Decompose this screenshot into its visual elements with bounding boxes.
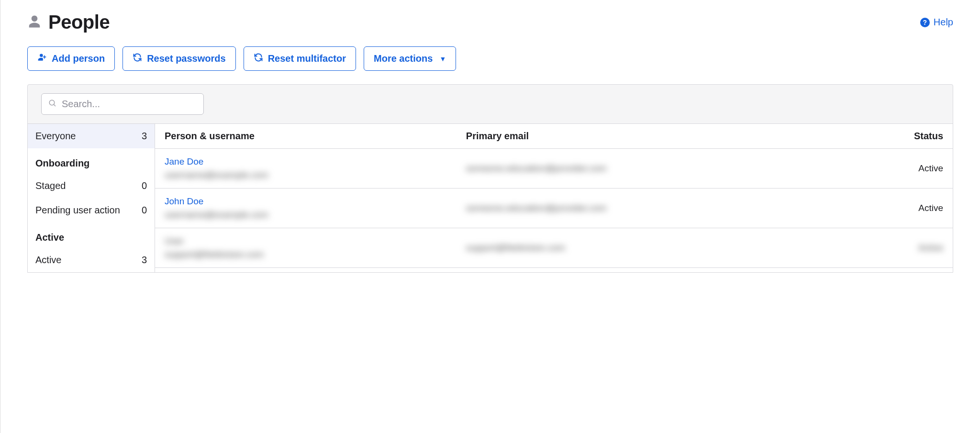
filter-pending[interactable]: Pending user action 0: [28, 198, 155, 222]
person-email-masked: someone.education@provider.com: [466, 203, 818, 213]
add-person-icon: [37, 53, 47, 65]
chevron-down-icon: ▼: [439, 55, 446, 63]
filter-everyone[interactable]: Everyone 3: [28, 124, 155, 148]
help-link[interactable]: ? Help: [920, 17, 953, 28]
col-header-person: Person & username: [165, 131, 466, 142]
person-name-link[interactable]: John Doe: [165, 196, 466, 207]
filter-label: Active: [35, 255, 61, 266]
more-actions-button[interactable]: More actions ▼: [364, 46, 456, 71]
person-username-masked: username@example.com: [165, 170, 466, 180]
search-input[interactable]: [62, 99, 197, 110]
person-status: Active: [818, 163, 943, 174]
filter-label: Staged: [35, 180, 66, 191]
reset-multifactor-button[interactable]: Reset multifactor: [244, 46, 356, 71]
svg-line-1: [54, 104, 56, 106]
toolbar: Add person Reset passwords Reset multifa…: [27, 46, 953, 71]
filter-heading-active: Active: [28, 222, 155, 248]
filter-count: 3: [142, 131, 147, 142]
filter-count: 3: [142, 255, 147, 266]
filter-count: 0: [142, 180, 147, 191]
table-header: Person & username Primary email Status: [155, 124, 953, 149]
filter-count: 0: [142, 205, 147, 216]
search-icon: [48, 99, 57, 110]
filter-label: Everyone: [35, 131, 76, 142]
add-person-button[interactable]: Add person: [27, 46, 115, 71]
refresh-icon: [254, 53, 263, 65]
person-status: Active: [818, 243, 943, 253]
person-username-masked: username@example.com: [165, 210, 466, 220]
refresh-icon: [133, 53, 142, 65]
filter-active[interactable]: Active 3: [28, 248, 155, 272]
help-label: Help: [934, 17, 953, 28]
page-title: People: [48, 11, 110, 33]
add-person-label: Add person: [52, 53, 105, 64]
table-row: User support@fieldvision.com support@fie…: [155, 228, 953, 268]
person-name-link[interactable]: User: [165, 236, 466, 246]
person-name-link[interactable]: Jane Doe: [165, 156, 466, 167]
people-icon: [27, 14, 42, 31]
filter-label: Pending user action: [35, 205, 120, 216]
person-username-masked: support@fieldvision.com: [165, 249, 466, 260]
people-panel: Everyone 3 Onboarding Staged 0 Pending u…: [27, 84, 953, 273]
reset-multifactor-label: Reset multifactor: [268, 53, 346, 64]
person-email-masked: someone.education@provider.com: [466, 163, 818, 174]
table-row: Jane Doe username@example.com someone.ed…: [155, 149, 953, 189]
person-status: Active: [818, 203, 943, 213]
reset-passwords-button[interactable]: Reset passwords: [122, 46, 236, 71]
reset-passwords-label: Reset passwords: [147, 53, 226, 64]
page-title-wrap: People: [27, 11, 110, 33]
col-header-status: Status: [818, 131, 943, 142]
search-box[interactable]: [41, 93, 204, 115]
svg-point-0: [49, 100, 55, 105]
people-table: Person & username Primary email Status J…: [155, 124, 953, 272]
person-email-masked: support@fieldvision.com: [466, 243, 818, 253]
more-actions-label: More actions: [374, 53, 433, 64]
filter-heading-onboarding: Onboarding: [28, 148, 155, 174]
col-header-email: Primary email: [466, 131, 818, 142]
filter-sidebar: Everyone 3 Onboarding Staged 0 Pending u…: [28, 124, 155, 272]
table-row: John Doe username@example.com someone.ed…: [155, 189, 953, 228]
filter-staged[interactable]: Staged 0: [28, 174, 155, 198]
help-icon: ?: [920, 18, 930, 27]
